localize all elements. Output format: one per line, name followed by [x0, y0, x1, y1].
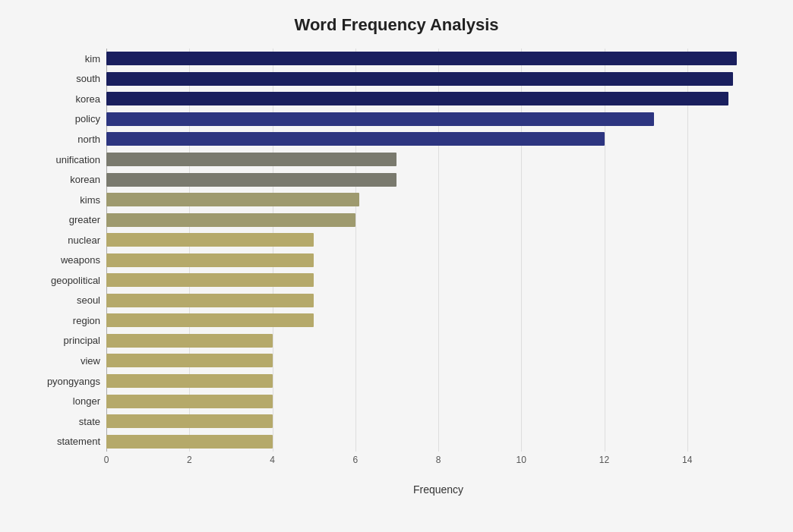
- y-label: kims: [23, 195, 100, 205]
- bar-row: [106, 413, 770, 430]
- y-label: kim: [23, 54, 100, 64]
- y-label: korea: [23, 94, 100, 104]
- bar: [106, 334, 273, 348]
- y-label: north: [23, 134, 100, 144]
- x-tick: 6: [352, 455, 358, 465]
- y-label: unification: [23, 155, 100, 165]
- bar: [106, 92, 728, 105]
- y-label: nuclear: [23, 235, 100, 245]
- bar: [106, 153, 396, 166]
- bar-row: [106, 212, 770, 228]
- y-label: seoul: [23, 295, 100, 305]
- y-label: pyongyangs: [23, 376, 100, 386]
- bar: [106, 313, 314, 327]
- chart-plot: 02468101214 Frequency: [106, 49, 770, 474]
- bar-row: [106, 172, 770, 188]
- bar-row: [106, 131, 770, 147]
- bar-row: [106, 433, 770, 450]
- bar: [106, 414, 273, 428]
- y-label: geopolitical: [23, 275, 100, 285]
- chart-title: Word Frequency Analysis: [23, 15, 770, 35]
- y-label: korean: [23, 175, 100, 184]
- bar: [106, 132, 605, 146]
- x-tick: 14: [682, 455, 692, 465]
- bar-row: [106, 50, 770, 67]
- bar-row: [106, 90, 770, 107]
- bar: [106, 354, 273, 367]
- bar-row: [106, 191, 770, 208]
- bar: [106, 52, 737, 65]
- x-tick: 8: [436, 455, 441, 465]
- y-label: region: [23, 316, 100, 326]
- bar-row: [106, 111, 770, 127]
- bar: [106, 374, 273, 388]
- bar: [106, 72, 733, 86]
- bar: [106, 112, 654, 126]
- x-axis-label: Frequency: [106, 483, 770, 496]
- chart-container: Word Frequency Analysis kimsouthkoreapol…: [0, 0, 793, 532]
- bar-row: [106, 252, 770, 269]
- bar-row: [106, 292, 770, 309]
- bar: [106, 435, 273, 449]
- bar-row: [106, 312, 770, 329]
- bar: [106, 233, 314, 247]
- bar-row: [106, 393, 770, 410]
- y-label: state: [23, 417, 100, 427]
- x-tick: 0: [104, 455, 109, 465]
- y-label: weapons: [23, 255, 100, 265]
- bar: [106, 193, 359, 206]
- bars-container: [106, 49, 770, 452]
- y-label: longer: [23, 396, 100, 406]
- bar: [106, 294, 314, 307]
- bar: [106, 395, 273, 408]
- x-tick: 4: [270, 455, 275, 465]
- bar-row: [106, 373, 770, 389]
- y-label: policy: [23, 114, 100, 124]
- y-label: principal: [23, 335, 100, 345]
- y-axis-labels: kimsouthkoreapolicynorthunificationkorea…: [23, 49, 106, 474]
- x-axis: 02468101214: [106, 452, 770, 474]
- chart-area: kimsouthkoreapolicynorthunificationkorea…: [23, 49, 770, 474]
- bar-row: [106, 332, 770, 349]
- bar-row: [106, 71, 770, 87]
- x-tick: 2: [187, 455, 192, 465]
- bar-row: [106, 151, 770, 168]
- bar-row: [106, 231, 770, 248]
- bar: [106, 173, 396, 187]
- bar-row: [106, 272, 770, 288]
- x-tick: 12: [599, 455, 609, 465]
- bar: [106, 213, 355, 227]
- y-label: view: [23, 356, 100, 366]
- y-label: greater: [23, 215, 100, 225]
- y-label: south: [23, 74, 100, 83]
- bar: [106, 273, 314, 287]
- y-label: statement: [23, 436, 100, 446]
- bar-row: [106, 352, 770, 369]
- x-tick: 10: [517, 455, 526, 465]
- bar: [106, 253, 314, 267]
